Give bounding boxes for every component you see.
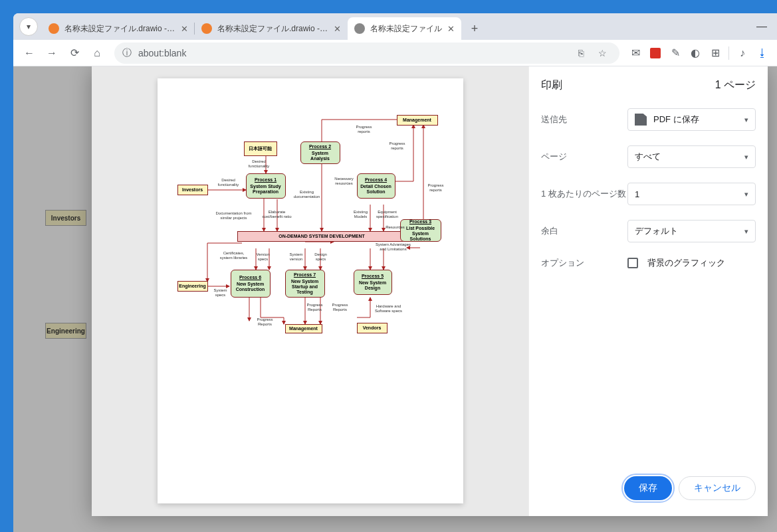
management2-box: Management [285, 324, 322, 333]
label: Progress Reports [302, 303, 328, 311]
music-icon[interactable]: ♪ [733, 44, 752, 62]
bookmark-icon[interactable]: ☆ [593, 44, 611, 62]
window-controls: — [746, 13, 777, 40]
drawio-favicon [201, 23, 212, 34]
label: Progress reports [384, 141, 411, 150]
process-4-box: Process 4Detail Chosen Solution [357, 173, 395, 199]
label: Existing documentation [289, 190, 325, 199]
destination-dropdown[interactable]: PDF に保存 [627, 108, 756, 131]
label: Desired functionality [214, 178, 243, 187]
engineering-box: Engineering [177, 281, 208, 292]
info-icon: ⓘ [122, 47, 132, 59]
pages-label: ページ [541, 151, 627, 163]
bg-graphics-checkbox[interactable] [627, 258, 638, 268]
print-dialog: 日本語可能 Investors Management Engineering M… [92, 66, 768, 516]
label: Existing Models [349, 210, 373, 219]
process-1-box: Process 1System Study Preparation [246, 173, 286, 199]
forward-button[interactable]: → [41, 43, 62, 64]
label: Design specs [310, 252, 332, 261]
pages-per-sheet-dropdown[interactable]: 1 [627, 183, 756, 205]
label: Progress reports [350, 125, 378, 133]
label: Progress reports [422, 183, 450, 192]
center-box: ON-DEMAND SYSTEM DEVELOPMENT [237, 231, 407, 242]
label: System Advantages and Limitations [374, 242, 413, 251]
label: Resources [382, 225, 409, 230]
label: Hardware and Software specs [370, 304, 407, 313]
pages-per-sheet-label: 1 枚あたりのページ数 [541, 188, 627, 200]
tab-2[interactable]: 名称未設定ファイル ✕ [348, 17, 461, 40]
address-bar[interactable]: ⓘ about:blank ⎘ ☆ [114, 43, 619, 64]
label: Progress Reports [252, 317, 278, 326]
tab-1[interactable]: 名称未設定ファイル.drawio - draw ✕ [195, 17, 348, 40]
drawio-favicon [49, 23, 59, 34]
label: System specs [209, 288, 232, 297]
margin-dropdown[interactable]: デフォルト [627, 220, 756, 242]
management-box: Management [397, 115, 438, 126]
extensions-icon[interactable]: ⊞ [706, 44, 724, 62]
extension-icon[interactable]: ◐ [686, 44, 705, 62]
minimize-icon[interactable]: — [746, 13, 777, 40]
divider [728, 46, 729, 60]
vendors-box: Vendors [357, 323, 388, 333]
label: System version [285, 252, 308, 261]
destination-label: 送信先 [541, 114, 627, 126]
options-label: オプション [541, 257, 627, 269]
page-count: 1 ページ [715, 78, 756, 92]
label: Certificates, system libraries [219, 251, 249, 260]
extension-icon[interactable]: ✎ [666, 44, 685, 62]
preview-page: 日本語可能 Investors Management Engineering M… [158, 78, 463, 503]
bg-graphics-label: 背景のグラフィック [647, 257, 725, 269]
print-settings: 印刷 1 ページ 送信先 PDF に保存 ページ [528, 66, 768, 516]
close-icon[interactable]: ✕ [334, 24, 341, 34]
tab-strip: ▾ 名称未設定ファイル.drawio - draw ✕ 名称未設定ファイル.dr… [13, 13, 777, 40]
process-5-box: Process 5New System Design [354, 270, 392, 295]
margin-label: 余白 [541, 225, 627, 237]
install-icon[interactable]: ⎘ [572, 44, 590, 62]
tab-title: 名称未設定ファイル.drawio - draw [217, 23, 328, 35]
home-button[interactable]: ⌂ [86, 43, 108, 64]
mail-icon[interactable]: ✉ [626, 44, 645, 62]
reload-button[interactable]: ⟳ [64, 43, 85, 64]
print-title: 印刷 [541, 78, 562, 92]
pages-dropdown[interactable]: すべて [627, 145, 756, 168]
tab-0[interactable]: 名称未設定ファイル.drawio - draw ✕ [42, 17, 195, 40]
label: Necessary resources [329, 177, 360, 185]
new-tab-button[interactable]: + [465, 19, 484, 38]
label: Elaborate cost/benefit ratio [261, 210, 294, 219]
globe-favicon [354, 23, 365, 34]
process-3-box: Process 3List Possible System Solutions [400, 219, 441, 242]
cancel-button[interactable]: キャンセル [679, 476, 756, 500]
jp-note-box: 日本語可能 [244, 141, 277, 156]
download-icon[interactable]: ⭳ [753, 44, 772, 62]
back-button[interactable]: ← [19, 43, 40, 64]
close-icon[interactable]: ✕ [181, 24, 188, 34]
close-icon[interactable]: ✕ [447, 24, 455, 34]
label: Progress Reports [328, 303, 353, 311]
save-button[interactable]: 保存 [624, 476, 672, 500]
label: Documentation from similar projects [213, 211, 255, 220]
investors-box: Investors [177, 185, 208, 195]
process-6-box: Process 6New System Construction [231, 270, 271, 298]
print-preview[interactable]: 日本語可能 Investors Management Engineering M… [92, 66, 528, 516]
tabs-dropdown[interactable]: ▾ [19, 17, 38, 36]
tab-title: 名称未設定ファイル [370, 23, 442, 35]
tab-title: 名称未設定ファイル.drawio - draw [64, 23, 175, 35]
pdf-icon [635, 114, 647, 126]
process-2-box: Process 2System Analysis [300, 141, 340, 164]
process-7-box: Process 7New System Startup and Testing [285, 270, 325, 298]
label: Version specs [252, 252, 275, 261]
label: Desired functionality [244, 159, 275, 168]
toolbar: ← → ⟳ ⌂ ⓘ about:blank ⎘ ☆ ✉ ✎ ◐ ⊞ ♪ ⭳ [13, 40, 777, 66]
label: Equipment specification [372, 210, 403, 219]
extension-icon[interactable] [646, 44, 665, 62]
url-text: about:blank [138, 48, 186, 58]
